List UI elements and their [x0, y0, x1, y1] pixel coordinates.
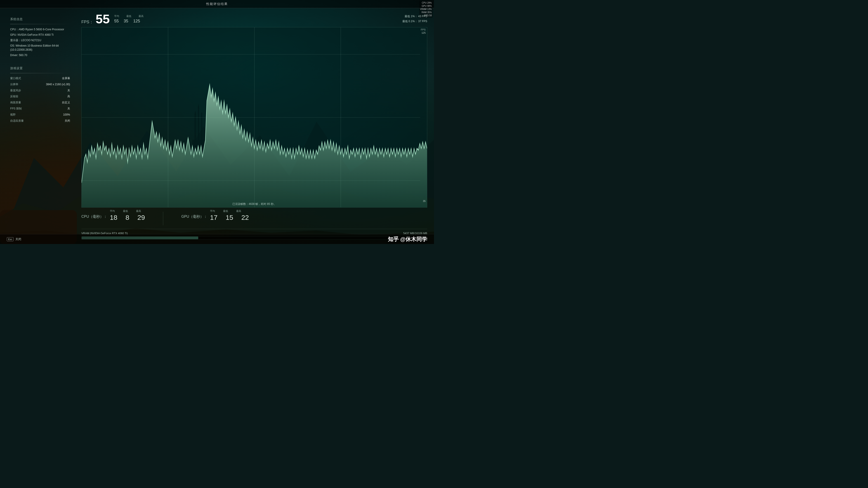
- cpu-avg: 18: [110, 214, 117, 221]
- close-label: 关闭: [16, 237, 21, 241]
- system-info-title: 系统信息: [10, 17, 70, 21]
- cpu-numbers: 平均 最低 最高 18 8 29: [110, 209, 145, 221]
- fps-col-headers: 平均 最低 最高: [114, 14, 144, 18]
- fps-header-row: FPS： 55 平均 最低 最高 55 35 125 最低 1%：: [81, 13, 427, 25]
- hud-cpu: CPU 29%: [420, 1, 432, 4]
- left-panel: 系统信息 CPU：AMD Ryzen 5 5600 6-Core Process…: [0, 8, 77, 244]
- cpu-avg-header: 平均: [110, 209, 115, 213]
- p1-value: 43 FPS: [418, 15, 427, 18]
- fps-avg: 55: [114, 19, 119, 24]
- top-bar: 性能评估结果: [0, 0, 434, 8]
- game-settings-section: 游戏设置 窗口模式全屏幕分辨率3840 x 2160 (x1.00)垂直同步关反…: [10, 66, 70, 123]
- cpu-label: CPU（毫秒）：: [81, 215, 107, 218]
- chart-max-label: 125: [422, 31, 426, 34]
- fps-main-group: FPS： 55: [81, 13, 110, 25]
- setting-label: 反锯齿: [10, 94, 18, 98]
- setting-row: 视野100%: [10, 113, 70, 117]
- chart-fps-label: FPS: [421, 28, 426, 31]
- gpu-numbers: 平均 最低 最高 17 15 22: [210, 209, 249, 221]
- fps-avg-value: 55: [96, 13, 110, 25]
- gpu-min: 15: [225, 214, 233, 221]
- fps-chart: FPS 125 35 已渲染帧数：4638 帧，耗时 85 秒。: [81, 27, 427, 208]
- setting-row: 分辨率3840 x 2160 (x1.00): [10, 83, 70, 86]
- fps-label: FPS：: [81, 19, 93, 25]
- setting-value: 100%: [63, 113, 70, 117]
- fps-max: 125: [133, 19, 140, 24]
- fps-min: 35: [124, 19, 128, 24]
- fps-col-values: 55 35 125: [114, 19, 144, 24]
- setting-label: 垂直同步: [10, 89, 21, 92]
- percentile-stats: 最低 1%： 43 FPS 最低 0.1%： 37 FPS: [402, 14, 427, 24]
- gpu-section: GPU（毫秒）： 平均 最低 最高 17 15 22: [181, 209, 249, 221]
- gpu-max-header: 最高: [236, 209, 241, 213]
- cpu-col-values: 18 8 29: [110, 214, 145, 221]
- game-settings-title: 游戏设置: [10, 66, 70, 70]
- cpu-inner: CPU（毫秒）： 平均 最低 最高 18 8 29: [81, 209, 145, 221]
- setting-row: FPS 限制关: [10, 107, 70, 111]
- min-header: 最低: [126, 14, 131, 18]
- settings-rows: 窗口模式全屏幕分辨率3840 x 2160 (x1.00)垂直同步关反锯齿高画面…: [10, 77, 70, 123]
- cpu-min-header: 最低: [123, 209, 128, 213]
- setting-row: 窗口模式全屏幕: [10, 77, 70, 80]
- gpu-inner: GPU（毫秒）： 平均 最低 最高 17 15 22: [181, 209, 249, 221]
- esc-key: Esc: [7, 237, 13, 241]
- close-button[interactable]: Esc 关闭: [7, 237, 21, 241]
- cpu-info: CPU：AMD Ryzen 5 5600 6-Core Processor: [10, 27, 70, 31]
- cpu-section: CPU（毫秒）： 平均 最低 最高 18 8 29: [81, 209, 145, 221]
- gpu-info: GPU: NVIDIA GeForce RTX 4060 Ti: [10, 33, 70, 37]
- chart-min-label: 35: [423, 200, 426, 203]
- display-info: 显示器：LECOO N2721U: [10, 38, 70, 42]
- cpu-label-wrap: CPU（毫秒）：: [81, 214, 107, 219]
- rendered-frames-text: 已渲染帧数：4638 帧，耗时 85 秒。: [232, 202, 276, 206]
- setting-label: 分辨率: [10, 83, 18, 86]
- divider-system: [10, 24, 70, 24]
- p1-row: 最低 1%： 43 FPS: [402, 14, 427, 19]
- setting-value: 全屏幕: [62, 77, 70, 80]
- cpu-min: 8: [125, 214, 129, 221]
- p1-label: 最低 1%：: [405, 15, 417, 18]
- p01-row: 最低 0.1%： 37 FPS: [402, 19, 427, 24]
- setting-label: 画面质量: [10, 101, 21, 104]
- setting-row: 反锯齿高: [10, 94, 70, 98]
- cpu-col-headers: 平均 最低 最高: [110, 209, 145, 213]
- setting-row: 画面质量自定义: [10, 101, 70, 104]
- bottom-bar: Esc 关闭 知乎 @休木同学: [0, 234, 434, 244]
- gpu-col-values: 17 15 22: [210, 214, 249, 221]
- setting-label: 自适应质量: [10, 119, 24, 123]
- gpu-avg-header: 平均: [210, 209, 215, 213]
- fps-waveform: [82, 27, 427, 207]
- page-title: 性能评估结果: [206, 2, 228, 6]
- gpu-max: 22: [241, 214, 249, 221]
- cpu-max-header: 最高: [136, 209, 141, 213]
- setting-value: 3840 x 2160 (x1.00): [46, 83, 70, 86]
- gpu-label-wrap: GPU（毫秒）：: [181, 214, 207, 219]
- watermark: 知乎 @休木同学: [388, 236, 427, 243]
- gpu-col-headers: 平均 最低 最高: [210, 209, 249, 213]
- cpu-gpu-metrics-row: CPU（毫秒）： 平均 最低 最高 18 8 29: [81, 209, 427, 225]
- hud-gpu: GPU 98%: [420, 4, 432, 8]
- avg-header: 平均: [114, 14, 119, 18]
- driver-info: Driver: 560.70: [10, 53, 70, 57]
- gpu-label: GPU（毫秒）：: [181, 215, 207, 218]
- gpu-avg: 17: [210, 214, 217, 221]
- p01-label: 最低 0.1%：: [402, 20, 417, 23]
- gpu-min-header: 最低: [223, 209, 228, 213]
- right-panel: FPS： 55 平均 最低 最高 55 35 125 最低 1%：: [77, 8, 434, 244]
- setting-row: 垂直同步关: [10, 89, 70, 92]
- setting-value: 自定义: [62, 101, 70, 104]
- fps-mini-stats: 平均 最低 最高 55 35 125: [114, 14, 144, 24]
- setting-label: 窗口模式: [10, 77, 21, 80]
- system-info-section: 系统信息 CPU：AMD Ryzen 5 5600 6-Core Process…: [10, 17, 70, 57]
- setting-value: 关: [67, 89, 70, 92]
- setting-value: 高: [67, 94, 70, 98]
- os-info: OS: Windows 10 Business Edition 64-bit (…: [10, 44, 70, 52]
- max-header: 最高: [138, 14, 144, 18]
- main-content: 系统信息 CPU：AMD Ryzen 5 5600 6-Core Process…: [0, 8, 434, 244]
- p01-value: 37 FPS: [418, 20, 427, 23]
- setting-value: 关: [67, 107, 70, 111]
- setting-value: 关闭: [65, 119, 70, 123]
- cpu-max: 29: [137, 214, 145, 221]
- setting-row: 自适应质量关闭: [10, 119, 70, 123]
- setting-label: FPS 限制: [10, 107, 22, 111]
- setting-label: 视野: [10, 113, 16, 117]
